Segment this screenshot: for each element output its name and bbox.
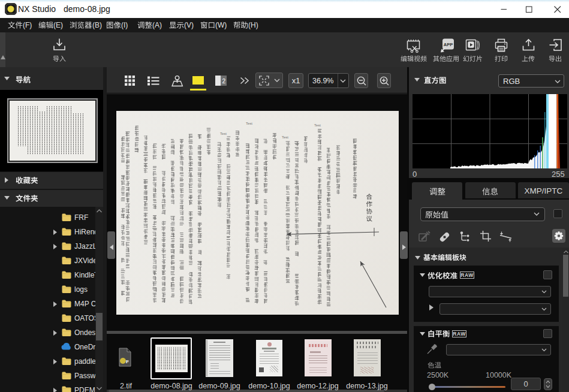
svg-text:F: F [126,359,129,364]
